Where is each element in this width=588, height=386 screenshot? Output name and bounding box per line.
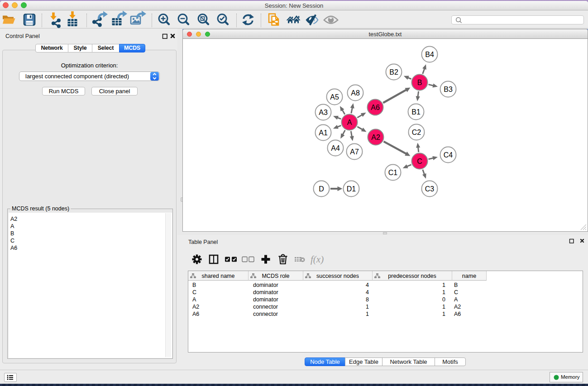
svg-text:f(x): f(x): [311, 254, 324, 265]
svg-text:C2: C2: [412, 128, 421, 136]
svg-text:A5: A5: [330, 93, 339, 100]
svg-text:A6: A6: [371, 103, 380, 111]
svg-text:D1: D1: [347, 185, 356, 192]
svg-text:A8: A8: [351, 89, 360, 96]
svg-text:B3: B3: [444, 85, 453, 93]
svg-text:A: A: [347, 118, 352, 126]
svg-text:B4: B4: [425, 50, 434, 58]
svg-text:B2: B2: [389, 68, 398, 76]
svg-text:C4: C4: [444, 151, 453, 158]
svg-text:C: C: [417, 157, 422, 165]
svg-text:A2: A2: [371, 133, 380, 141]
svg-text:C3: C3: [425, 185, 435, 192]
svg-text:C1: C1: [388, 168, 398, 176]
svg-text:A4: A4: [331, 144, 340, 152]
svg-text:D: D: [319, 185, 324, 192]
svg-text:B: B: [417, 78, 422, 86]
svg-text:B1: B1: [411, 108, 421, 115]
svg-text:A1: A1: [319, 129, 328, 136]
svg-text:A3: A3: [319, 108, 328, 116]
svg-text:A7: A7: [350, 148, 359, 155]
